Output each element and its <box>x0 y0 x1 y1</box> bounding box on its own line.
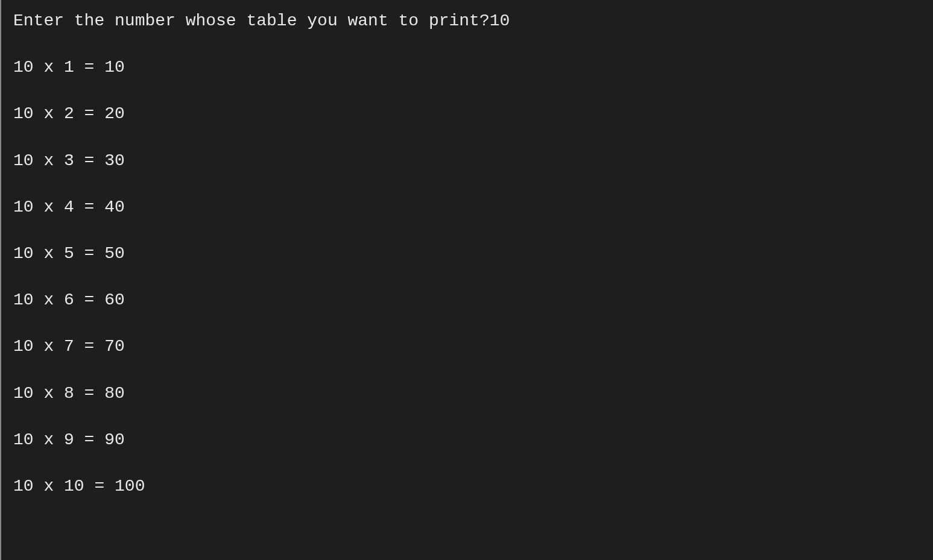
console-output-line: 10 x 6 = 60 <box>13 288 921 312</box>
console-prompt-text: Enter the number whose table you want to… <box>13 11 490 30</box>
console-output-line: 10 x 1 = 10 <box>13 55 921 79</box>
console-output-line: 10 x 4 = 40 <box>13 195 921 219</box>
console-output-line: 10 x 7 = 70 <box>13 335 921 358</box>
console-input-value: 10 <box>490 11 510 30</box>
console-output-line: 10 x 10 = 100 <box>13 474 921 498</box>
console-output-line: 10 x 5 = 50 <box>13 242 921 265</box>
console-output-line: 10 x 3 = 30 <box>13 149 921 172</box>
console-output-line: 10 x 2 = 20 <box>13 102 921 125</box>
console-output-line: 10 x 9 = 90 <box>13 428 921 451</box>
console-prompt-line: Enter the number whose table you want to… <box>13 9 921 33</box>
console-output-line: 10 x 8 = 80 <box>13 382 921 405</box>
